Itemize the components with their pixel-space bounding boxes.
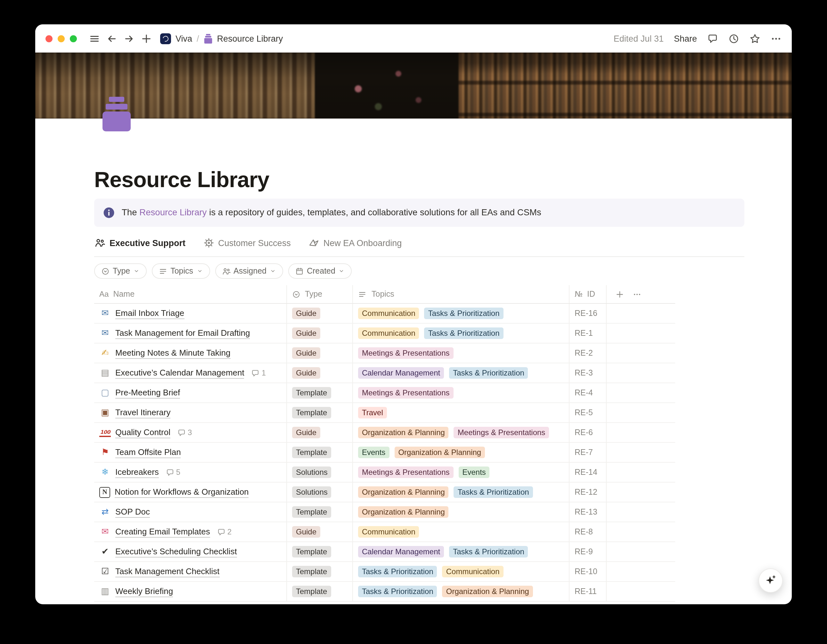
cell-name: ✉Email Inbox Triage [94, 304, 287, 323]
cell-type: Guide [287, 423, 353, 442]
row-title[interactable]: Creating Email Templates [115, 526, 210, 538]
column-header-type[interactable]: Type [287, 285, 353, 303]
table-row[interactable]: 100Quality Control3GuideOrganization & P… [94, 423, 675, 443]
column-header-topics[interactable]: Topics [353, 285, 570, 303]
table-row[interactable]: ▣Travel ItineraryTemplateTravelRE-5 [94, 403, 675, 423]
comments-icon[interactable] [707, 33, 718, 44]
cell-topics: Travel [353, 403, 570, 422]
tab-customer-success[interactable]: Customer Success [203, 235, 292, 255]
tab-executive-support[interactable]: Executive Support [94, 235, 186, 255]
writing-hand-icon: ✍ [99, 349, 111, 358]
viva-workspace-icon[interactable] [160, 33, 171, 44]
row-title[interactable]: Team Offsite Plan [115, 447, 181, 458]
history-icon[interactable] [728, 33, 739, 44]
topic-tag: Tasks & Prioritization [424, 308, 504, 319]
row-title[interactable]: Travel Itinerary [115, 407, 170, 419]
table-row[interactable]: ▤Executive’s Calendar Management1GuideCa… [94, 363, 675, 383]
callout-text-post: is a repository of guides, templates, an… [207, 208, 541, 217]
row-title[interactable]: Pre-Meeting Brief [115, 387, 180, 399]
breadcrumb-workspace[interactable]: Viva [176, 34, 192, 43]
table-row[interactable]: ✔Executive’s Scheduling ChecklistTemplat… [94, 542, 675, 562]
favorite-star-icon[interactable] [749, 33, 760, 44]
back-icon[interactable] [106, 33, 117, 44]
row-title[interactable]: Icebreakers [115, 466, 159, 478]
type-tag: Solutions [292, 486, 331, 498]
cell-type: Template [287, 502, 353, 522]
forward-icon[interactable] [124, 33, 134, 44]
column-header-label-id: ID [587, 290, 595, 299]
row-title[interactable]: Executive’s Scheduling Checklist [115, 546, 237, 558]
table-row[interactable]: ✉Email Inbox TriageGuideCommunicationTas… [94, 304, 675, 324]
cell-name: ✔Executive’s Scheduling Checklist [94, 542, 287, 561]
sidebar-toggle-icon[interactable] [89, 33, 100, 44]
table-row[interactable]: ⚑Team Offsite PlanTemplateEventsOrganiza… [94, 443, 675, 463]
cell-topics: Organization & PlanningMeetings & Presen… [353, 423, 570, 442]
new-page-icon[interactable] [141, 33, 152, 44]
filter-created[interactable]: Created [288, 263, 352, 279]
cell-extra [607, 522, 675, 541]
bird-icon [309, 238, 319, 248]
cover-vignette [35, 53, 792, 119]
close-window-button[interactable] [45, 35, 53, 42]
zoom-window-button[interactable] [70, 35, 77, 42]
table-row[interactable]: ✉Creating Email Templates2GuideCommunica… [94, 522, 675, 542]
comment-badge[interactable]: 1 [251, 369, 266, 377]
cell-type: Solutions [287, 483, 353, 502]
column-header-id[interactable]: № ID [570, 285, 607, 303]
column-header-label-type: Type [305, 290, 322, 299]
row-title[interactable]: Task Management for Email Drafting [115, 327, 250, 339]
share-button[interactable]: Share [674, 34, 697, 43]
topic-tag: Organization & Planning [442, 586, 533, 597]
table-row[interactable]: ▥Weekly BriefingTemplateTasks & Prioriti… [94, 582, 675, 602]
filter-type[interactable]: Type [94, 263, 147, 279]
cell-topics: Tasks & PrioritizationCommunication [353, 562, 570, 581]
comment-badge[interactable]: 2 [217, 527, 232, 536]
row-title[interactable]: SOP Doc [115, 506, 150, 518]
more-options-icon[interactable] [771, 33, 782, 44]
table-row[interactable]: ❄Icebreakers5SolutionsMeetings & Present… [94, 463, 675, 483]
table-row[interactable]: ▢Pre-Meeting BriefTemplateMeetings & Pre… [94, 383, 675, 403]
cell-extra [607, 344, 675, 363]
row-title[interactable]: Email Inbox Triage [115, 308, 184, 319]
chevron-down-icon [270, 268, 276, 274]
filter-assigned[interactable]: Assigned [215, 263, 283, 279]
type-tag: Template [292, 407, 331, 419]
table-row[interactable]: ✍Meeting Notes & Minute TakingGuideMeeti… [94, 344, 675, 363]
page-icon-library[interactable] [101, 97, 133, 131]
row-title[interactable]: Quality Control [115, 427, 170, 438]
numero-icon: № [574, 290, 583, 299]
filter-topics[interactable]: Topics [152, 263, 210, 279]
notion-logo-icon: N [99, 487, 110, 497]
table-options-icon[interactable] [633, 290, 641, 298]
table-row[interactable]: ☑Task Management ChecklistTemplateTasks … [94, 562, 675, 582]
cell-topics: Meetings & Presentations [353, 383, 570, 402]
notion-ai-button[interactable] [758, 568, 783, 593]
cover-image[interactable] [35, 53, 792, 119]
row-title[interactable]: Notion for Workflows & Organization [115, 486, 249, 498]
minimize-window-button[interactable] [58, 35, 65, 42]
topic-tag: Organization & Planning [394, 447, 485, 458]
list-icon [159, 267, 167, 275]
cell-name: ▥Weekly Briefing [94, 582, 287, 601]
cell-id: RE-10 [570, 562, 607, 581]
table-row[interactable]: NNotion for Workflows & OrganizationSolu… [94, 483, 675, 502]
resource-library-link[interactable]: Resource Library [139, 208, 207, 217]
tab-new-ea-onboarding[interactable]: New EA Onboarding [308, 235, 403, 255]
add-property-icon[interactable] [616, 290, 624, 298]
comment-badge[interactable]: 5 [166, 468, 180, 477]
row-title[interactable]: Executive’s Calendar Management [115, 367, 244, 379]
sparkle-icon [765, 575, 776, 586]
table-row[interactable]: ⇄SOP DocTemplateOrganization & PlanningR… [94, 502, 675, 522]
column-header-name[interactable]: Aa Name [94, 285, 287, 303]
row-title[interactable]: Task Management Checklist [115, 566, 219, 577]
row-title[interactable]: Weekly Briefing [115, 586, 173, 597]
comment-icon [251, 369, 260, 377]
cell-type: Solutions [287, 463, 353, 482]
row-title[interactable]: Meeting Notes & Minute Taking [115, 347, 230, 359]
callout-text-pre: The [122, 208, 139, 217]
table-row[interactable]: ✉Task Management for Email DraftingGuide… [94, 324, 675, 344]
breadcrumb-page[interactable]: Resource Library [217, 34, 283, 43]
comment-badge[interactable]: 3 [178, 428, 192, 437]
cell-id: RE-14 [570, 463, 607, 482]
comment-icon [178, 428, 186, 437]
